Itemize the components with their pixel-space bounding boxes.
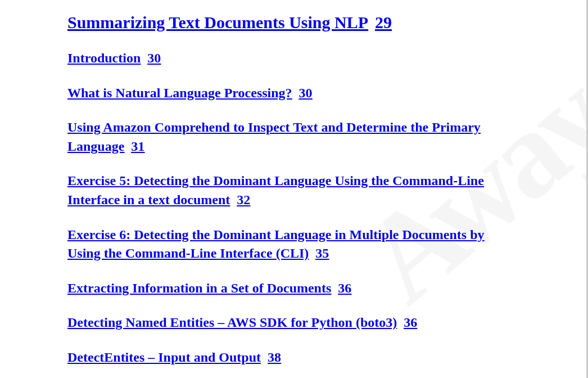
entry-title: Using Amazon Comprehend to Inspect Text … (67, 120, 481, 154)
entry-page: 36 (338, 281, 351, 295)
toc-entry[interactable]: Exercise 5: Detecting the Dominant Langu… (67, 172, 519, 209)
entry-page: 32 (237, 192, 250, 207)
toc-entry[interactable]: Introduction30 (67, 49, 519, 68)
toc-entry[interactable]: What is Natural Language Processing?30 (67, 84, 519, 103)
toc-entry[interactable]: Detecting Named Entities – AWS SDK for P… (67, 313, 519, 332)
entry-title: What is Natural Language Processing? (67, 86, 292, 100)
entry-title: Introduction (67, 51, 141, 65)
toc-content: Summarizing Text Documents Using NLP29 I… (0, 0, 586, 367)
entry-title: DetectEntites – Input and Output (67, 350, 261, 364)
chapter-page: 29 (375, 13, 392, 32)
chapter-title-text: Summarizing Text Documents Using NLP (67, 13, 368, 32)
toc-entry[interactable]: Using Amazon Comprehend to Inspect Text … (67, 118, 519, 156)
entry-page: 35 (315, 246, 329, 260)
entry-title: Detecting Named Entities – AWS SDK for P… (67, 315, 397, 330)
toc-entry[interactable]: Extracting Information in a Set of Docum… (67, 279, 519, 298)
entry-title: Exercise 6: Detecting the Dominant Langu… (67, 227, 485, 261)
entry-page: 31 (131, 139, 144, 154)
entry-page: 30 (299, 86, 313, 100)
entry-page: 36 (404, 315, 417, 330)
entry-page: 38 (268, 350, 281, 364)
entry-page: 30 (147, 51, 161, 65)
toc-chapter-title[interactable]: Summarizing Text Documents Using NLP29 (67, 11, 519, 33)
toc-entry[interactable]: Exercise 6: Detecting the Dominant Langu… (67, 226, 519, 263)
entry-title: Exercise 5: Detecting the Dominant Langu… (67, 173, 484, 207)
entry-title: Extracting Information in a Set of Docum… (67, 281, 331, 295)
toc-entry[interactable]: DetectEntites – Input and Output38 (67, 348, 519, 367)
